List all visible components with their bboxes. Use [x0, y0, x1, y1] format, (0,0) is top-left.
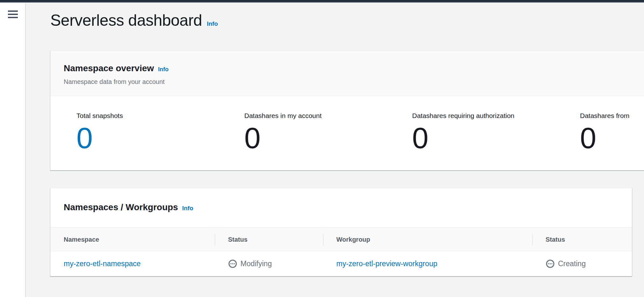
namespaces-workgroups-card: Namespaces / Workgroups Info Namespace S…	[50, 188, 632, 276]
column-header-workgroup-status: Status	[532, 228, 632, 252]
status-pending-icon	[228, 259, 237, 268]
table-header-row: Namespace Status Workgroup Status	[50, 227, 632, 251]
column-header-workgroup: Workgroup	[323, 228, 532, 252]
metric-label: Datashares in my account	[244, 112, 412, 120]
namespace-overview-title: Namespace overview	[64, 63, 154, 74]
metric-label: Total snapshots	[76, 112, 244, 120]
page-title-info-link[interactable]: Info	[207, 20, 218, 27]
page-title: Serverless dashboard	[50, 11, 202, 30]
metric-datashares-from-other: Datashares from 0	[580, 112, 644, 170]
main-content: Serverless dashboard Info Namespace over…	[26, 3, 644, 297]
namespace-overview-header: Namespace overview Info Namespace data f…	[50, 51, 644, 96]
metric-value: 0	[412, 123, 580, 153]
console-topbar	[0, 0, 644, 3]
workgroup-link[interactable]: my-zero-etl-preview-workgroup	[336, 259, 437, 268]
table-row: my-zero-etl-namespace Modifying my-zero-…	[50, 251, 632, 276]
namespace-overview-info-link[interactable]: Info	[158, 66, 168, 73]
side-navigation-panel	[0, 3, 26, 297]
namespaces-workgroups-title: Namespaces / Workgroups	[64, 202, 178, 213]
hamburger-icon	[8, 10, 18, 18]
namespace-status-cell: Modifying	[228, 259, 272, 268]
metric-total-snapshots: Total snapshots 0	[76, 112, 244, 170]
column-header-namespace: Namespace	[50, 228, 215, 252]
metric-label: Datashares requiring authorization	[412, 112, 580, 120]
metrics-row: Total snapshots 0 Datashares in my accou…	[50, 96, 644, 170]
status-text: Modifying	[240, 259, 272, 268]
metric-value: 0	[244, 123, 412, 153]
metric-datashares-in-account: Datashares in my account 0	[244, 112, 412, 170]
metric-value-link[interactable]: 0	[76, 123, 92, 153]
page-heading: Serverless dashboard Info	[50, 11, 644, 30]
namespace-link[interactable]: my-zero-etl-namespace	[64, 259, 141, 268]
open-menu-button[interactable]	[8, 10, 18, 19]
namespace-overview-description: Namespace data from your account	[64, 78, 644, 86]
workgroup-status-cell: Creating	[546, 259, 586, 268]
namespace-overview-card: Namespace overview Info Namespace data f…	[50, 51, 644, 170]
namespaces-workgroups-header: Namespaces / Workgroups Info	[50, 188, 632, 227]
column-header-namespace-status: Status	[215, 228, 323, 252]
metric-datashares-requiring-authorization: Datashares requiring authorization 0	[412, 112, 580, 170]
status-text: Creating	[558, 259, 586, 268]
metric-value: 0	[580, 123, 644, 153]
status-pending-icon	[546, 259, 555, 268]
metric-label: Datashares from	[580, 112, 644, 120]
namespaces-workgroups-info-link[interactable]: Info	[182, 205, 193, 212]
